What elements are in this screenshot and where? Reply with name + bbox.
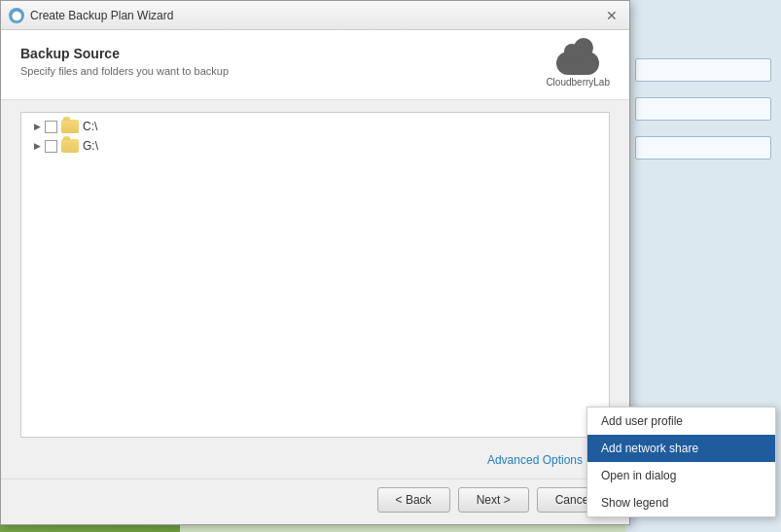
advanced-options-link[interactable]: Advanced Options bbox=[487, 453, 583, 467]
tree-checkbox-c[interactable] bbox=[45, 121, 57, 133]
dialog-header: Backup Source Specify files and folders … bbox=[1, 30, 629, 100]
backup-source-title: Backup Source bbox=[20, 46, 229, 61]
backup-source-subtitle: Specify files and folders you want to ba… bbox=[20, 65, 229, 77]
tree-label-g: G:\ bbox=[83, 139, 98, 153]
file-tree: ▶ C:\ ▶ G:\ bbox=[20, 112, 610, 438]
tree-expander-c[interactable]: ▶ bbox=[29, 119, 45, 134]
main-dialog: ⬤ Create Backup Plan Wizard ✕ Backup Sou… bbox=[0, 0, 630, 525]
next-button[interactable]: Next > bbox=[458, 487, 529, 513]
dialog-content: Backup Source Specify files and folders … bbox=[1, 30, 629, 524]
tree-expander-g[interactable]: ▶ bbox=[29, 138, 45, 154]
title-bar: ⬤ Create Backup Plan Wizard ✕ bbox=[1, 1, 629, 30]
tree-checkbox-g[interactable] bbox=[45, 140, 57, 153]
title-bar-icon: ⬤ bbox=[9, 8, 24, 23]
context-menu: Add user profile Add network share Open … bbox=[586, 407, 776, 517]
advanced-options-row: Advanced Options bbox=[1, 445, 629, 479]
cloud-shape bbox=[556, 52, 599, 75]
folder-icon-g bbox=[61, 139, 79, 153]
right-input-3 bbox=[635, 136, 771, 160]
dialog-footer: < Back Next > Cancel bbox=[1, 479, 629, 524]
window-title: Create Backup Plan Wizard bbox=[30, 9, 602, 22]
cloudberry-logo: CloudberryLab bbox=[546, 46, 610, 88]
logo-cloud-icon bbox=[556, 46, 599, 75]
tree-label-c: C:\ bbox=[83, 120, 97, 133]
context-menu-item-add-user-profile[interactable]: Add user profile bbox=[587, 408, 775, 435]
close-button[interactable]: ✕ bbox=[602, 6, 621, 25]
right-input-2 bbox=[635, 97, 771, 121]
tree-item-g[interactable]: ▶ G:\ bbox=[21, 136, 609, 156]
context-menu-item-open-in-dialog[interactable]: Open in dialog bbox=[587, 462, 775, 489]
context-menu-item-show-legend[interactable]: Show legend bbox=[587, 489, 775, 516]
header-text: Backup Source Specify files and folders … bbox=[20, 46, 229, 77]
tree-item-c[interactable]: ▶ C:\ bbox=[21, 117, 609, 136]
right-panel-inputs bbox=[635, 58, 771, 175]
logo-text: CloudberryLab bbox=[546, 77, 610, 88]
folder-icon-c bbox=[61, 120, 79, 133]
back-button[interactable]: < Back bbox=[377, 487, 450, 513]
context-menu-item-add-network-share[interactable]: Add network share bbox=[587, 435, 775, 462]
right-input-1 bbox=[635, 58, 771, 82]
